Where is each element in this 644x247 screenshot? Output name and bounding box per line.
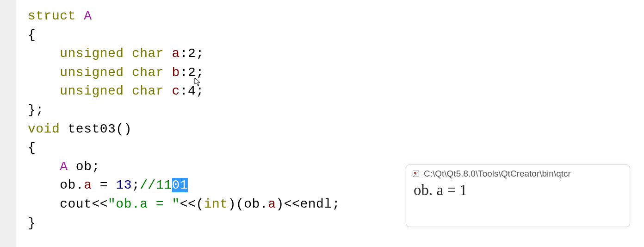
code-line: struct A	[28, 7, 644, 26]
code-line: };	[28, 101, 644, 120]
keyword-void: void	[28, 122, 60, 136]
field-b: b	[172, 65, 180, 80]
function-name: test03	[68, 122, 116, 136]
code-line: {	[28, 139, 644, 158]
number-literal: 13	[116, 178, 132, 192]
console-window[interactable]: C:\Qt\Qt5.8.0\Tools\QtCreator\bin\qtcr o…	[406, 165, 630, 227]
keyword-char: char	[132, 84, 164, 98]
keyword-char: char	[132, 46, 164, 61]
bitfield: :2;	[180, 46, 204, 61]
code-line: unsigned char b:2;	[28, 63, 644, 82]
struct-name: A	[84, 9, 92, 23]
console-output: ob. a = 1	[406, 181, 630, 200]
brace-open: {	[28, 140, 36, 155]
text-selection[interactable]: 01	[172, 178, 188, 192]
string-literal: "ob.a = "	[108, 197, 180, 211]
keyword-unsigned: unsigned	[60, 84, 124, 98]
brace-close: }	[28, 216, 36, 230]
code-line: unsigned char c:4;	[28, 82, 644, 101]
code-line: {	[28, 26, 644, 45]
console-app-icon	[413, 171, 419, 177]
dot-op: .	[260, 197, 268, 211]
assign-op: =	[92, 178, 116, 192]
cout: cout	[60, 197, 92, 211]
parens: ()	[116, 122, 132, 136]
dot-op: .	[76, 178, 84, 192]
obj-ob: ob	[244, 197, 260, 211]
type-A: A	[60, 159, 68, 174]
keyword-struct: struct	[28, 9, 76, 23]
shift-op: <<	[284, 197, 300, 211]
field-a-ref: a	[84, 178, 92, 192]
endl: endl	[300, 197, 332, 211]
paren: )	[276, 197, 284, 211]
keyword-unsigned: unsigned	[60, 46, 124, 61]
field-a-ref: a	[268, 197, 276, 211]
var-ob: ob	[76, 159, 92, 174]
field-c: c	[172, 84, 180, 98]
shift-op: <<	[92, 197, 108, 211]
semicolon: ;	[92, 159, 99, 174]
code-line: void test03()	[28, 120, 644, 139]
paren: (	[236, 197, 244, 211]
shift-op: <<	[180, 197, 196, 211]
cursor-arrow-icon	[194, 77, 202, 89]
brace-open: {	[28, 28, 36, 42]
keyword-unsigned: unsigned	[60, 65, 124, 80]
code-line: unsigned char a:2;	[28, 44, 644, 63]
editor-gutter	[0, 0, 16, 247]
semicolon: ;	[332, 197, 340, 211]
brace-close: };	[28, 103, 44, 117]
comment: //11	[140, 178, 172, 192]
semicolon: ;	[132, 178, 140, 192]
keyword-char: char	[132, 65, 164, 80]
paren: )	[228, 197, 236, 211]
keyword-int: int	[204, 197, 228, 211]
paren: (	[196, 197, 204, 211]
console-title-text: C:\Qt\Qt5.8.0\Tools\QtCreator\bin\qtcr	[424, 169, 571, 179]
console-titlebar[interactable]: C:\Qt\Qt5.8.0\Tools\QtCreator\bin\qtcr	[406, 165, 630, 181]
field-a: a	[172, 46, 180, 61]
obj-ob: ob	[60, 178, 76, 192]
